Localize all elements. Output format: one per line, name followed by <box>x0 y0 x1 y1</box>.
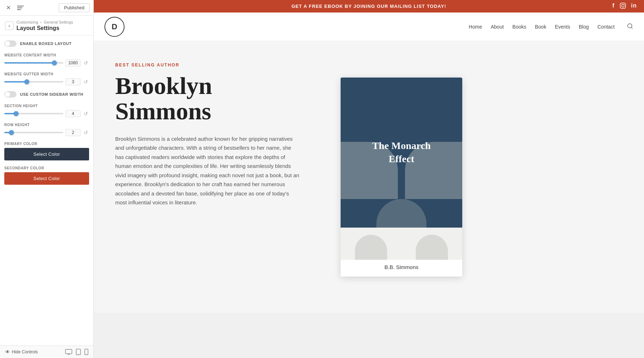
primary-color-section: PRIMARY COLOR Select Color <box>4 142 89 160</box>
primary-color-button[interactable]: Select Color <box>4 148 89 160</box>
nav-contact[interactable]: Contact <box>597 24 615 30</box>
content-width-row: ↺ <box>4 59 89 66</box>
preview-area: GET A FREE EBOOK BY JOINING OUR MAILING … <box>94 0 644 358</box>
gutter-width-input[interactable] <box>65 78 80 85</box>
close-button[interactable]: ✕ <box>4 3 13 13</box>
panel-header: ‹ Customizing › General Settings Layout … <box>0 16 93 35</box>
book-card: The MonarchEffect B.B. Simmons <box>341 78 462 277</box>
instagram-icon[interactable] <box>620 3 626 10</box>
nav-links: Home About Books Book Events Blog Contac… <box>469 23 633 31</box>
preview-nav: D Home About Books Book Events Blog Cont… <box>94 13 644 41</box>
secondary-color-label: SECONDARY COLOR <box>4 166 89 170</box>
svg-point-7 <box>78 354 79 354</box>
customizer-panel: ✕ Published ‹ Customizing › General Sett… <box>0 0 94 358</box>
hero-body: Brooklyn Simmons is a celebrated author … <box>115 134 301 207</box>
hide-controls-label: Hide Controls <box>12 349 38 354</box>
settings-content: ENABLE BOXED LAYOUT WEBSITE CONTENT WIDT… <box>0 35 93 345</box>
nav-events[interactable]: Events <box>555 24 570 30</box>
content-width-slider[interactable] <box>4 62 63 64</box>
book-title: The MonarchEffect <box>372 139 431 165</box>
enable-boxed-layout-label: ENABLE BOXED LAYOUT <box>20 41 72 46</box>
linkedin-icon[interactable]: in <box>631 3 637 10</box>
facebook-icon[interactable]: f <box>612 3 614 10</box>
content-width-reset[interactable]: ↺ <box>83 60 89 66</box>
hero-text-area: BEST SELLING AUTHOR BrooklynSimmons Broo… <box>94 41 337 313</box>
section-height-row: ↺ <box>4 110 89 117</box>
book-author: B.B. Simmons <box>347 264 456 270</box>
bottom-bar: 👁 Hide Controls <box>0 345 93 358</box>
device-icons <box>65 349 88 355</box>
row-height-input[interactable] <box>65 129 80 136</box>
hero-subtitle: BEST SELLING AUTHOR <box>115 63 319 68</box>
content-width-block: WEBSITE CONTENT WIDTH ↺ <box>4 53 89 66</box>
hide-controls-button[interactable]: 👁 Hide Controls <box>5 349 38 355</box>
primary-color-label: PRIMARY COLOR <box>4 142 89 146</box>
nav-book[interactable]: Book <box>535 24 546 30</box>
row-height-row: ↺ <box>4 129 89 136</box>
top-bar: ✕ Published <box>0 0 93 16</box>
gutter-width-row: ↺ <box>4 78 89 85</box>
section-height-label: SECTION HEIGHT <box>4 104 89 108</box>
svg-rect-10 <box>620 3 625 8</box>
row-height-label: ROW HEIGHT <box>4 123 89 127</box>
preview-hero: BEST SELLING AUTHOR BrooklynSimmons Broo… <box>94 41 644 313</box>
nav-blog[interactable]: Blog <box>579 24 589 30</box>
preview-banner: GET A FREE EBOOK BY JOINING OUR MAILING … <box>94 0 644 13</box>
content-width-input[interactable] <box>65 59 80 66</box>
gutter-width-reset[interactable]: ↺ <box>83 79 89 85</box>
svg-point-12 <box>624 4 625 5</box>
custom-sidebar-label: USE CUSTOM SIDEBAR WIDTH <box>20 92 83 96</box>
sort-button[interactable] <box>16 3 25 13</box>
content-width-label: WEBSITE CONTENT WIDTH <box>4 53 89 57</box>
nav-books[interactable]: Books <box>512 24 526 30</box>
page-title: Layout Settings <box>16 25 88 31</box>
search-icon[interactable] <box>627 23 633 31</box>
section-height-block: SECTION HEIGHT ↺ <box>4 104 89 117</box>
row-height-reset[interactable]: ↺ <box>83 129 89 136</box>
nav-home[interactable]: Home <box>469 24 482 30</box>
tablet-icon[interactable] <box>76 349 81 355</box>
social-icons: f in <box>612 3 637 10</box>
secondary-color-section: SECONDARY COLOR Select Color <box>4 166 89 185</box>
row-height-slider[interactable] <box>4 132 63 133</box>
gutter-width-block: WEBSITE GUTTER WIDTH ↺ <box>4 72 89 85</box>
nav-about[interactable]: About <box>491 24 504 30</box>
enable-boxed-layout-row: ENABLE BOXED LAYOUT <box>4 40 89 47</box>
mobile-icon[interactable] <box>84 349 88 355</box>
gutter-width-slider[interactable] <box>4 81 63 83</box>
secondary-color-button[interactable]: Select Color <box>4 172 89 185</box>
eye-icon: 👁 <box>5 349 10 355</box>
hero-book-area: The MonarchEffect B.B. Simmons <box>337 41 473 313</box>
svg-rect-3 <box>65 349 72 354</box>
enable-boxed-layout-toggle[interactable] <box>4 40 16 47</box>
section-height-input[interactable] <box>65 110 80 117</box>
back-button[interactable]: ‹ <box>5 21 14 30</box>
breadcrumb: Customizing › General Settings <box>16 20 88 24</box>
custom-sidebar-toggle[interactable] <box>4 91 16 98</box>
banner-text: GET A FREE EBOOK BY JOINING OUR MAILING … <box>292 4 447 9</box>
svg-point-11 <box>621 4 624 7</box>
section-height-slider[interactable] <box>4 113 63 114</box>
published-button[interactable]: Published <box>59 3 90 12</box>
book-bottom-area: B.B. Simmons <box>341 228 462 277</box>
svg-line-14 <box>631 27 632 28</box>
nav-logo: D <box>104 17 125 37</box>
row-height-block: ROW HEIGHT ↺ <box>4 123 89 136</box>
book-cover: The MonarchEffect <box>341 78 462 228</box>
custom-sidebar-row: USE CUSTOM SIDEBAR WIDTH <box>4 91 89 98</box>
desktop-icon[interactable] <box>65 349 72 355</box>
svg-point-13 <box>628 24 632 28</box>
section-height-reset[interactable]: ↺ <box>83 110 89 117</box>
gutter-width-label: WEBSITE GUTTER WIDTH <box>4 72 89 76</box>
svg-point-9 <box>86 354 87 354</box>
hero-title: BrooklynSimmons <box>115 73 319 124</box>
book-bottom-cover <box>341 228 462 260</box>
